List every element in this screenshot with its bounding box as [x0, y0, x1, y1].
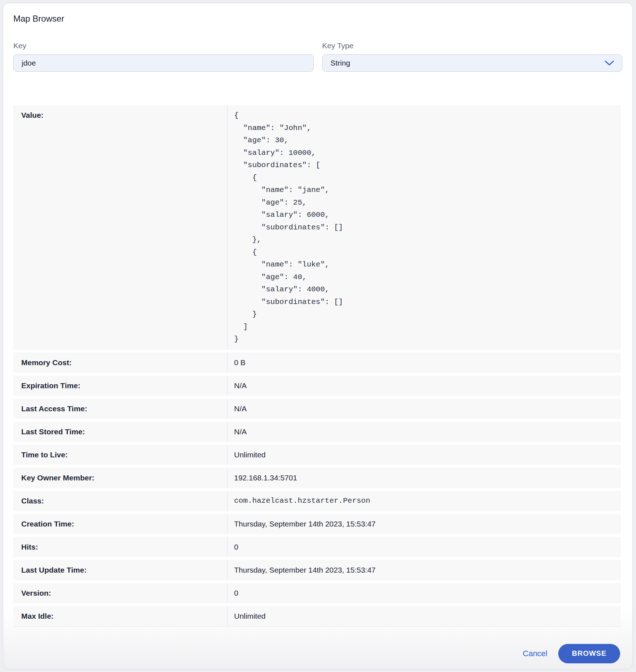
table-row: Version: 0: [13, 583, 621, 603]
row-label: Memory Cost:: [13, 358, 227, 367]
table-row: Class: com.hazelcast.hzstarter.Person: [13, 491, 621, 511]
map-browser-card: Map Browser Key Key Type String Value: {…: [3, 3, 633, 669]
row-value: Thursday, September 14th 2023, 15:53:47: [227, 560, 621, 580]
table-row: Last Access Time: N/A: [13, 399, 621, 419]
row-label: Creation Time:: [13, 520, 227, 528]
row-value: N/A: [227, 376, 621, 396]
table-row: Key Owner Member: 192.168.1.34:5701: [13, 468, 621, 488]
cancel-button[interactable]: Cancel: [523, 649, 547, 658]
table-row-value: Value: { "name": "John", "age": 30, "sal…: [13, 105, 621, 350]
row-value: 192.168.1.34:5701: [227, 468, 621, 488]
table-row: Last Stored Time: N/A: [13, 422, 621, 442]
key-field-group: Key: [13, 42, 314, 72]
row-label: Max Idle:: [13, 612, 227, 621]
row-label: Key Owner Member:: [13, 474, 227, 482]
row-label: Value:: [13, 105, 227, 120]
row-value: com.hazelcast.hzstarter.Person: [227, 491, 621, 511]
table-row: Creation Time: Thursday, September 14th …: [13, 514, 621, 534]
row-value: Unlimited: [227, 445, 621, 465]
row-label: Last Access Time:: [13, 404, 227, 413]
row-value: 0 B: [227, 353, 621, 373]
browse-button[interactable]: BROWSE: [558, 644, 620, 663]
key-form: Key Key Type String: [13, 42, 622, 72]
row-label: Last Update Time:: [13, 566, 227, 574]
footer-actions: Cancel BROWSE: [13, 644, 622, 663]
row-value: Unlimited: [227, 606, 621, 626]
chevron-down-icon: [605, 61, 614, 66]
key-type-select[interactable]: String: [322, 54, 623, 72]
row-value: 0: [227, 583, 621, 603]
row-label: Class:: [13, 497, 227, 505]
row-value: 0: [227, 537, 621, 557]
table-row: Time to Live: Unlimited: [13, 445, 621, 465]
row-label: Time to Live:: [13, 451, 227, 459]
key-type-field-group: Key Type String: [322, 42, 623, 72]
row-value: N/A: [227, 399, 621, 419]
row-value: Thursday, September 14th 2023, 15:53:47: [227, 514, 621, 534]
table-row: Memory Cost: 0 B: [13, 353, 621, 373]
key-label: Key: [13, 42, 314, 50]
key-type-selected-value: String: [331, 59, 350, 67]
row-value: { "name": "John", "age": 30, "salary": 1…: [227, 105, 621, 350]
row-label: Version:: [13, 589, 227, 597]
key-type-label: Key Type: [322, 42, 623, 50]
page-title: Map Browser: [13, 13, 622, 24]
row-value: N/A: [227, 422, 621, 442]
table-row: Expiration Time: N/A: [13, 376, 621, 396]
table-row: Last Update Time: Thursday, September 14…: [13, 560, 621, 580]
row-label: Hits:: [13, 543, 227, 551]
entry-details-table: Value: { "name": "John", "age": 30, "sal…: [13, 105, 621, 627]
value-json: { "name": "John", "age": 30, "salary": 1…: [234, 105, 343, 350]
row-label: Last Stored Time:: [13, 427, 227, 436]
key-input[interactable]: [13, 54, 314, 72]
row-label: Expiration Time:: [13, 381, 227, 390]
table-row: Hits: 0: [13, 537, 621, 557]
table-row: Max Idle: Unlimited: [13, 606, 621, 626]
